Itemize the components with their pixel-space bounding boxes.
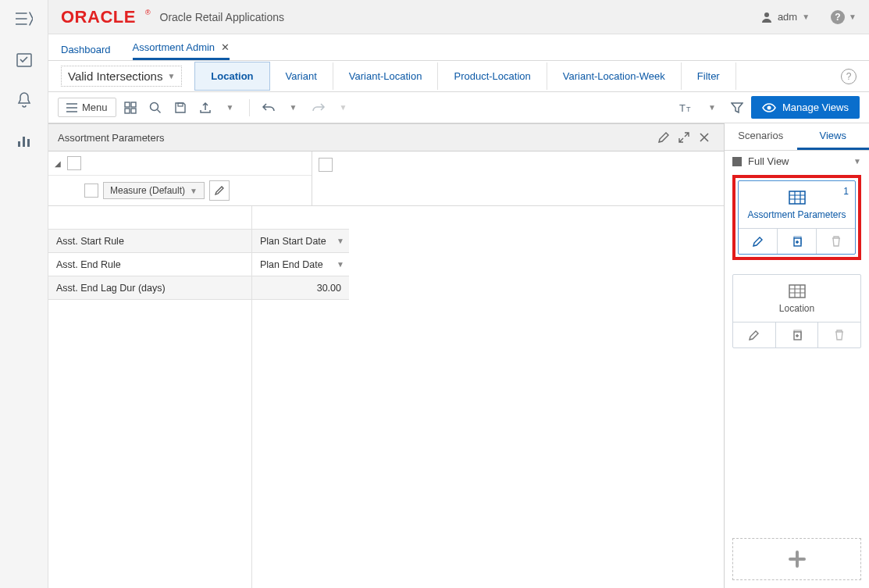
- grid-row-label: Asst. Start Rule: [48, 230, 251, 253]
- grid-cell-select[interactable]: Plan End Date ▼: [252, 253, 349, 276]
- sidetab-scenarios[interactable]: Scenarios: [725, 123, 797, 150]
- save-icon[interactable]: [169, 97, 191, 119]
- close-icon[interactable]: [694, 127, 714, 148]
- grid-cell-select[interactable]: Plan Start Date ▼: [252, 230, 349, 253]
- subtab-location[interactable]: Location: [194, 62, 269, 91]
- delete-icon[interactable]: [817, 229, 855, 254]
- app-header: ORACLE ® Oracle Retail Applications adm …: [48, 0, 869, 34]
- oracle-logo: ORACLE: [61, 7, 136, 27]
- edit-icon[interactable]: [733, 323, 776, 347]
- edit-icon[interactable]: [209, 180, 230, 201]
- add-view-button[interactable]: [732, 538, 861, 580]
- dimension-box[interactable]: [319, 158, 333, 172]
- rail-chart-icon[interactable]: [12, 128, 37, 153]
- highlighted-card: 1 Assortment Parameters: [732, 175, 861, 260]
- view-card-location[interactable]: Location: [732, 274, 861, 348]
- caret-down-icon: ▼: [849, 12, 857, 21]
- grid-row-label: Asst. End Rule: [48, 253, 251, 276]
- page-dropdown[interactable]: Valid Intersections ▼: [61, 66, 182, 87]
- subtab-variant[interactable]: Variant: [270, 62, 333, 90]
- subtab-variant-location-week[interactable]: Variant-Location-Week: [547, 62, 682, 90]
- card-badge: 1: [843, 186, 849, 197]
- panel-title: Assortment Parameters: [58, 132, 165, 144]
- table-icon: [789, 191, 806, 205]
- svg-rect-10: [131, 109, 136, 113]
- svg-point-4: [764, 12, 769, 17]
- stop-icon: [732, 157, 742, 166]
- redo-icon[interactable]: [308, 97, 329, 119]
- manage-views-button[interactable]: Manage Views: [751, 96, 860, 119]
- svg-rect-2: [23, 137, 25, 147]
- table-icon: [789, 284, 806, 298]
- rail-task-icon[interactable]: [12, 47, 37, 72]
- delete-icon[interactable]: [818, 323, 860, 347]
- user-menu[interactable]: adm ▼: [760, 11, 810, 23]
- rail-bell-icon[interactable]: [12, 87, 37, 112]
- plus-icon: [787, 549, 807, 569]
- svg-rect-1: [18, 141, 20, 147]
- sidetab-views[interactable]: Views: [797, 123, 870, 150]
- caret-down-icon[interactable]: ▼: [333, 97, 354, 119]
- grid-row-label: Asst. End Lag Dur (days): [48, 276, 251, 300]
- layout-icon[interactable]: [119, 97, 141, 119]
- caret-down-icon: ▼: [337, 237, 344, 245]
- caret-down-icon: ▼: [337, 260, 344, 269]
- svg-rect-7: [125, 102, 130, 107]
- measure-dropdown[interactable]: Measure (Default) ▼: [103, 182, 205, 199]
- user-icon: [760, 11, 773, 23]
- caret-down-icon: ▼: [167, 72, 175, 80]
- menu-button[interactable]: Menu: [58, 98, 116, 117]
- tab-dashboard[interactable]: Dashboard: [61, 44, 111, 60]
- svg-point-11: [150, 102, 158, 110]
- undo-icon[interactable]: [258, 97, 280, 119]
- dimension-box[interactable]: [84, 184, 98, 198]
- fullview-dropdown[interactable]: Full View ▼: [725, 151, 869, 172]
- rail-toggle-icon[interactable]: [12, 6, 37, 31]
- caret-down-icon[interactable]: ▼: [219, 97, 241, 119]
- copy-icon[interactable]: [776, 323, 819, 347]
- svg-text:T: T: [686, 105, 691, 113]
- svg-point-15: [767, 105, 771, 109]
- tab-assortment-admin[interactable]: Assortment Admin ✕: [133, 41, 230, 60]
- edit-icon[interactable]: [739, 229, 778, 254]
- view-card-assortment[interactable]: 1 Assortment Parameters: [738, 180, 856, 255]
- help-menu[interactable]: ? ▼: [830, 9, 857, 25]
- collapse-icon[interactable]: ◢: [55, 159, 61, 168]
- subtab-product-location[interactable]: Product-Location: [438, 62, 547, 90]
- copy-icon[interactable]: [778, 229, 817, 254]
- text-size-icon[interactable]: TT: [676, 97, 698, 119]
- subtab-filter[interactable]: Filter: [682, 62, 736, 90]
- svg-rect-8: [131, 102, 136, 107]
- grid-cell-number[interactable]: 30.00: [252, 276, 349, 300]
- svg-rect-16: [789, 191, 805, 204]
- card-label: Location: [779, 303, 814, 314]
- caret-down-icon: ▼: [853, 157, 861, 166]
- svg-rect-9: [125, 109, 130, 113]
- dimension-box[interactable]: [67, 156, 81, 170]
- svg-text:T: T: [679, 102, 686, 114]
- close-icon[interactable]: ✕: [221, 41, 230, 53]
- app-title: Oracle Retail Applications: [160, 11, 285, 23]
- caret-down-icon: ▼: [802, 12, 810, 21]
- edit-icon[interactable]: [654, 127, 674, 148]
- help-icon: ?: [830, 9, 846, 25]
- caret-down-icon[interactable]: ▼: [701, 97, 723, 119]
- export-icon[interactable]: [194, 97, 216, 119]
- filter-icon[interactable]: [726, 97, 748, 119]
- svg-text:?: ?: [835, 12, 840, 23]
- card-label: Assortment Parameters: [747, 209, 846, 220]
- caret-down-icon: ▼: [190, 187, 198, 195]
- eye-icon: [762, 102, 776, 113]
- subtab-variant-location[interactable]: Variant-Location: [333, 62, 439, 90]
- search-icon[interactable]: [144, 97, 166, 119]
- expand-icon[interactable]: [674, 127, 694, 148]
- svg-rect-18: [789, 285, 805, 298]
- svg-rect-3: [27, 139, 30, 147]
- caret-down-icon[interactable]: ▼: [283, 97, 305, 119]
- menu-icon: [66, 103, 77, 112]
- context-help-button[interactable]: ?: [841, 69, 857, 84]
